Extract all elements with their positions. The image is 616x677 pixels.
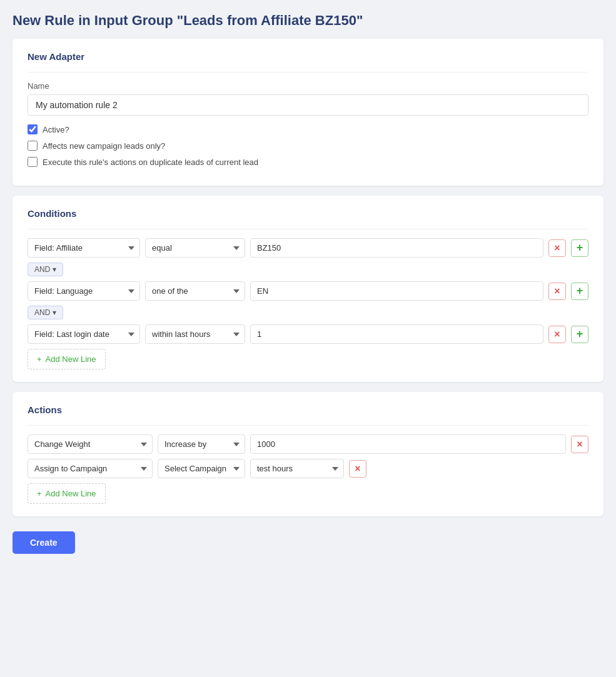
condition-field-1[interactable]: Field: Affiliate	[28, 238, 140, 258]
action-sub-1[interactable]: Increase by	[158, 434, 245, 454]
condition-row-3: Field: Last login date within last hours…	[28, 324, 588, 344]
affects-row: Affects new campaign leads only?	[28, 141, 588, 151]
action-value-1[interactable]	[250, 434, 566, 454]
name-group: Name	[28, 81, 588, 116]
condition-add-2[interactable]: +	[571, 283, 588, 300]
condition-field-3[interactable]: Field: Last login date	[28, 324, 140, 344]
condition-add-3[interactable]: +	[571, 326, 588, 343]
actions-card: Actions Change Weight Increase by × Assi…	[13, 392, 603, 516]
execute-row: Execute this rule's actions on duplicate…	[28, 157, 588, 167]
action-remove-2[interactable]: ×	[349, 460, 366, 478]
execute-checkbox[interactable]	[28, 157, 38, 167]
action-type-1[interactable]: Change Weight	[28, 434, 153, 454]
conditions-add-new-line-button[interactable]: + Add New Line	[28, 349, 106, 369]
and-badge-2[interactable]: AND ▾	[28, 306, 63, 319]
active-label: Active?	[43, 125, 69, 134]
create-button[interactable]: Create	[13, 531, 75, 554]
conditions-card: Conditions Field: Affiliate equal × + AN…	[13, 196, 603, 382]
actions-section-title: Actions	[28, 404, 588, 415]
execute-label: Execute this rule's actions on duplicate…	[43, 158, 258, 167]
condition-value-1[interactable]	[250, 238, 543, 258]
action-type-2[interactable]: Assign to Campaign	[28, 459, 153, 478]
condition-operator-2[interactable]: one of the	[145, 281, 245, 301]
condition-row-2: Field: Language one of the × +	[28, 281, 588, 301]
adapter-card: New Adapter Name Active? Affects new cam…	[13, 39, 603, 186]
conditions-add-plus-icon: +	[37, 354, 42, 364]
action-sub-2[interactable]: Select Campaign	[158, 459, 245, 478]
active-checkbox[interactable]	[28, 124, 38, 134]
action-row-1: Change Weight Increase by ×	[28, 434, 588, 454]
action-extra-2[interactable]: test hours	[250, 459, 344, 478]
active-row: Active?	[28, 124, 588, 134]
condition-add-1[interactable]: +	[571, 239, 588, 257]
conditions-add-new-line-label: Add New Line	[46, 354, 96, 364]
condition-remove-2[interactable]: ×	[548, 283, 566, 300]
name-input[interactable]	[28, 94, 588, 116]
action-remove-1[interactable]: ×	[571, 436, 588, 453]
page-title: New Rule in Input Group "Leads from Affi…	[13, 13, 603, 29]
affects-checkbox[interactable]	[28, 141, 38, 151]
and-badge-1[interactable]: AND ▾	[28, 263, 63, 276]
conditions-section-title: Conditions	[28, 208, 588, 219]
action-row-2: Assign to Campaign Select Campaign test …	[28, 459, 588, 478]
condition-operator-3[interactable]: within last hours	[145, 324, 245, 344]
and-chevron-1: ▾	[53, 265, 56, 274]
and-connector-2: AND ▾	[28, 306, 588, 319]
condition-operator-1[interactable]: equal	[145, 238, 245, 258]
condition-value-2[interactable]	[250, 281, 543, 301]
actions-add-plus-icon: +	[37, 489, 42, 498]
adapter-section-title: New Adapter	[28, 51, 588, 62]
condition-remove-3[interactable]: ×	[548, 326, 566, 343]
and-chevron-2: ▾	[53, 308, 56, 317]
affects-label: Affects new campaign leads only?	[43, 141, 165, 151]
condition-value-3[interactable]	[250, 324, 543, 344]
and-connector-1: AND ▾	[28, 263, 588, 276]
name-label: Name	[28, 81, 588, 91]
condition-row-1: Field: Affiliate equal × +	[28, 238, 588, 258]
condition-field-2[interactable]: Field: Language	[28, 281, 140, 301]
condition-remove-1[interactable]: ×	[548, 239, 566, 257]
actions-add-new-line-label: Add New Line	[46, 489, 96, 498]
actions-add-new-line-button[interactable]: + Add New Line	[28, 483, 106, 504]
